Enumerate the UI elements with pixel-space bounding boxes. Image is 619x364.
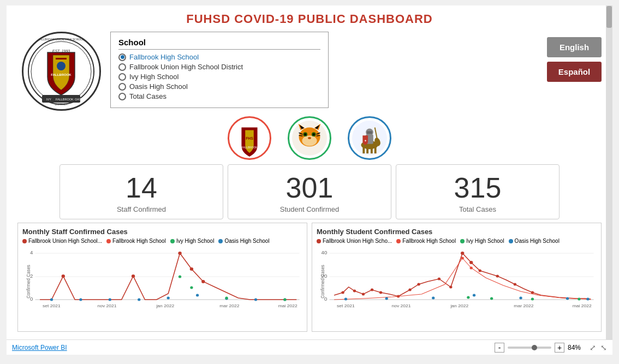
scrollbar[interactable] bbox=[606, 5, 612, 355]
stat-card-student: 301 Student Confirmed bbox=[228, 164, 391, 219]
svg-text:mai 2022: mai 2022 bbox=[573, 303, 592, 308]
svg-point-26 bbox=[308, 137, 311, 139]
svg-point-70 bbox=[178, 276, 181, 278]
svg-point-61 bbox=[50, 299, 53, 301]
svg-text:FHS: FHS bbox=[246, 136, 253, 140]
oasis-icon: ✦ bbox=[351, 120, 388, 157]
svg-point-73 bbox=[283, 299, 286, 301]
zoom-slider[interactable] bbox=[508, 347, 551, 349]
fallbrook-icon: FHS FALLBROOK bbox=[231, 120, 268, 157]
svg-text:40: 40 bbox=[322, 250, 328, 255]
student-legend-dot-2 bbox=[396, 239, 401, 243]
english-button[interactable]: English bbox=[547, 37, 602, 57]
svg-rect-2 bbox=[56, 58, 67, 59]
svg-point-65 bbox=[167, 297, 170, 300]
header: FUHSD COVID-19 PUBLIC DASHBOARD bbox=[7, 5, 612, 28]
legend-item-3: Ivy High School bbox=[170, 238, 214, 244]
legend-item-2: Fallbrook High School bbox=[106, 238, 166, 244]
student-confirmed-label: Student Confirmed bbox=[228, 205, 391, 213]
radio-total[interactable] bbox=[118, 93, 126, 100]
svg-rect-34 bbox=[366, 147, 368, 153]
logo-area: FALLBROOK IVY FALLBROOK OASIS EST. 1993 … bbox=[17, 32, 105, 111]
radio-fallbrook-hs[interactable] bbox=[118, 53, 126, 61]
svg-point-25 bbox=[313, 133, 315, 135]
school-icon-oasis[interactable]: ✦ bbox=[348, 116, 391, 160]
school-icon-fallbrook[interactable]: FHS FALLBROOK bbox=[228, 116, 271, 160]
zoom-slider-thumb[interactable] bbox=[532, 345, 537, 350]
svg-text:IVY: IVY bbox=[46, 98, 51, 101]
student-legend-item-1: Fallbrook Union High Scho... bbox=[317, 238, 392, 244]
svg-point-97 bbox=[461, 252, 464, 255]
svg-rect-35 bbox=[371, 147, 373, 154]
radio-ivy-hs[interactable] bbox=[118, 73, 126, 81]
student-legend-dot-1 bbox=[317, 239, 321, 243]
svg-text:mar 2022: mar 2022 bbox=[514, 303, 533, 308]
svg-text:nov 2021: nov 2021 bbox=[391, 303, 411, 308]
language-buttons: English Español bbox=[547, 32, 602, 82]
student-chart-title: Monthly Student Confirmed Cases bbox=[317, 228, 597, 236]
zoom-controls: - + 84% bbox=[495, 343, 581, 353]
svg-point-101 bbox=[514, 283, 516, 286]
scrollbar-thumb[interactable] bbox=[606, 6, 612, 28]
school-option-fallbrook-union[interactable]: Fallbrook Union High School District bbox=[118, 63, 320, 71]
svg-point-89 bbox=[362, 293, 365, 296]
svg-text:✦: ✦ bbox=[364, 139, 367, 142]
svg-text:Confirmed Cases: Confirmed Cases bbox=[26, 265, 31, 299]
zoom-plus-button[interactable]: + bbox=[555, 343, 564, 353]
student-legend-label-1: Fallbrook Union High Scho... bbox=[323, 238, 392, 244]
student-chart-area: 40 20 0 Confirmed Cases set 2021 nov 202… bbox=[317, 246, 597, 317]
legend-dot-2 bbox=[106, 239, 111, 243]
staff-confirmed-number: 14 bbox=[60, 174, 223, 202]
svg-point-57 bbox=[132, 275, 135, 278]
legend-dot-4 bbox=[218, 239, 223, 243]
legend-dot-1 bbox=[22, 239, 27, 243]
expand-icon-1[interactable]: ⤢ bbox=[590, 343, 596, 352]
svg-point-62 bbox=[79, 299, 82, 301]
svg-point-66 bbox=[196, 294, 199, 297]
student-legend-dot-4 bbox=[509, 239, 513, 243]
staff-chart-title: Monthly Staff Confirmed Cases bbox=[22, 228, 302, 236]
school-icons-row: FHS FALLBROOK bbox=[7, 116, 612, 160]
svg-rect-40 bbox=[367, 131, 372, 134]
student-legend-label-4: Oasis High School bbox=[515, 238, 560, 244]
page-title: FUHSD COVID-19 PUBLIC DASHBOARD bbox=[186, 12, 432, 26]
svg-line-30 bbox=[317, 135, 320, 136]
svg-point-94 bbox=[417, 283, 420, 286]
ivy-icon bbox=[291, 120, 328, 157]
expand-icon-2[interactable]: ⤡ bbox=[600, 343, 607, 352]
school-option-fallbrook-hs[interactable]: Fallbrook High School bbox=[118, 53, 320, 61]
svg-text:nov 2021: nov 2021 bbox=[97, 303, 117, 308]
svg-text:Confirmed Cases: Confirmed Cases bbox=[320, 265, 325, 299]
svg-point-87 bbox=[341, 291, 344, 294]
school-icon-ivy[interactable] bbox=[288, 116, 331, 160]
staff-confirmed-label: Staff Confirmed bbox=[60, 205, 223, 213]
svg-text:FALLBROOK: FALLBROOK bbox=[51, 73, 72, 76]
radio-fallbrook-union[interactable] bbox=[118, 63, 126, 71]
legend-item-4: Oasis High School bbox=[218, 238, 269, 244]
svg-point-88 bbox=[353, 290, 356, 293]
svg-point-108 bbox=[473, 294, 475, 297]
student-legend-label-3: Ivy High School bbox=[466, 238, 504, 244]
top-section: FALLBROOK IVY FALLBROOK OASIS EST. 1993 … bbox=[7, 28, 612, 114]
svg-point-110 bbox=[566, 297, 569, 300]
svg-point-96 bbox=[449, 286, 452, 289]
power-bi-link[interactable]: Microsoft Power BI bbox=[12, 344, 67, 351]
student-chart-svg: 40 20 0 Confirmed Cases set 2021 nov 202… bbox=[317, 246, 597, 317]
student-legend-item-4: Oasis High School bbox=[509, 238, 560, 244]
staff-chart: Monthly Staff Confirmed Cases Fallbrook … bbox=[17, 223, 307, 332]
svg-point-107 bbox=[432, 297, 435, 300]
radio-oasis-hs[interactable] bbox=[118, 83, 126, 91]
svg-point-90 bbox=[371, 289, 373, 291]
school-selector-title: School bbox=[118, 38, 320, 50]
school-selector: School Fallbrook High School Fallbrook U… bbox=[110, 32, 329, 108]
zoom-minus-button[interactable]: - bbox=[495, 343, 504, 353]
svg-line-28 bbox=[299, 135, 303, 136]
school-option-total[interactable]: Total Cases bbox=[118, 92, 320, 100]
school-option-oasis-hs[interactable]: Oasis High School bbox=[118, 82, 320, 91]
svg-text:FALLBROOK: FALLBROOK bbox=[242, 146, 258, 149]
total-cases-number: 315 bbox=[396, 174, 559, 202]
school-option-ivy-hs[interactable]: Ivy High School bbox=[118, 73, 320, 81]
espanol-button[interactable]: Español bbox=[547, 62, 602, 82]
svg-text:DISTRICT: DISTRICT bbox=[55, 103, 67, 106]
student-chart-legend: Fallbrook Union High Scho... Fallbrook H… bbox=[317, 238, 597, 244]
